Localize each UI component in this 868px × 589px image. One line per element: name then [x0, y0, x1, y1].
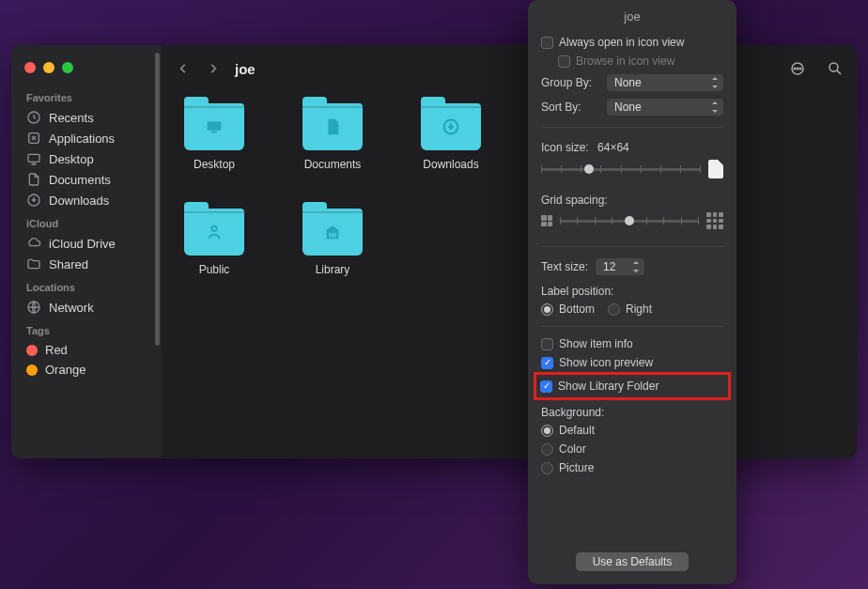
checkbox-label: Always open in icon view [559, 36, 684, 49]
sidebar-scrollbar[interactable] [155, 53, 160, 346]
traffic-lights [11, 53, 162, 86]
network-icon [26, 300, 41, 315]
folder-label: Documents [304, 158, 362, 171]
sidebar-heading-tags: Tags [11, 321, 162, 340]
folder-content: DesktopDocumentsDownloadsMoviesPicturesP… [162, 92, 857, 458]
sidebar-heading-locations: Locations [11, 278, 162, 297]
document-icon [26, 172, 41, 187]
cloud-icon [26, 236, 41, 251]
downloads-icon [26, 193, 41, 208]
show-item-info-checkbox[interactable]: Show item info [541, 334, 723, 353]
folder-icon [421, 103, 481, 150]
svg-rect-2 [28, 154, 39, 162]
sort-by-label: Sort By: [541, 101, 599, 114]
sidebar-item-label: Network [49, 301, 94, 315]
highlight-box: Show Library Folder [534, 372, 731, 400]
main-area: joe DesktopDocumentsDownloadsMoviesPictu… [162, 45, 857, 458]
background-label: Background: [541, 400, 723, 421]
folder-item-documents[interactable]: Documents [297, 103, 368, 171]
radio-icon [608, 303, 620, 316]
checkbox-icon [541, 338, 553, 350]
sidebar-heading-icloud: iCloud [11, 214, 162, 233]
show-icon-preview-checkbox[interactable]: Show icon preview [541, 353, 723, 372]
document-preview-icon [708, 160, 723, 178]
text-size-select[interactable]: 12 [596, 258, 644, 275]
checkbox-icon [541, 37, 553, 49]
action-menu-button[interactable] [789, 60, 806, 77]
text-size-label: Text size: [541, 260, 588, 273]
sort-by-select[interactable]: None [607, 99, 723, 116]
grid-spacing-slider[interactable] [560, 214, 699, 227]
svg-rect-21 [329, 233, 331, 238]
library-icon [302, 209, 363, 256]
icon-size-slider[interactable] [541, 163, 701, 176]
panel-title: joe [528, 8, 736, 33]
sidebar-item-label: Applications [49, 132, 115, 146]
sidebar-item-network[interactable]: Network [11, 297, 162, 318]
background-color-radio[interactable]: Color [541, 440, 723, 458]
icon-size-label: Icon size: [541, 141, 589, 154]
show-library-folder-checkbox[interactable]: Show Library Folder [540, 377, 724, 395]
svg-point-7 [794, 68, 796, 70]
checkbox-icon [540, 380, 552, 393]
folder-item-downloads[interactable]: Downloads [415, 103, 487, 171]
folder-label: Downloads [423, 158, 478, 171]
folder-item-library[interactable]: Library [297, 209, 368, 276]
folder-icon [184, 209, 244, 256]
back-button[interactable] [175, 60, 192, 77]
label-position-bottom-radio[interactable]: Bottom [541, 302, 595, 316]
sidebar: Favorites Recents Applications Desktop D… [11, 45, 162, 458]
public-icon [184, 209, 244, 256]
sidebar-item-applications[interactable]: Applications [11, 128, 162, 148]
tag-dot-red [26, 345, 38, 356]
icon-size-value: 64×64 [597, 141, 629, 154]
sidebar-item-shared[interactable]: Shared [11, 254, 162, 274]
sidebar-item-recents[interactable]: Recents [11, 107, 162, 128]
folder-item-desktop[interactable]: Desktop [178, 103, 250, 171]
folder-label: Library [316, 263, 350, 276]
sidebar-item-desktop[interactable]: Desktop [11, 148, 162, 169]
sidebar-item-downloads[interactable]: Downloads [11, 190, 162, 210]
folder-item-public[interactable]: Public [178, 209, 250, 276]
sidebar-item-tag-orange[interactable]: Orange [11, 360, 162, 380]
group-by-select[interactable]: None [607, 74, 723, 91]
svg-rect-11 [211, 132, 217, 133]
view-options-panel: joe Always open in icon view Browse in i… [528, 0, 736, 584]
label-position-right-radio[interactable]: Right [608, 302, 652, 316]
grid-spacing-label: Grid spacing: [541, 188, 723, 209]
applications-icon [26, 131, 41, 146]
sidebar-item-documents[interactable]: Documents [11, 169, 162, 190]
window-title: joe [235, 61, 256, 77]
sidebar-item-tag-red[interactable]: Red [11, 340, 162, 360]
clock-icon [26, 110, 41, 125]
close-window-button[interactable] [24, 62, 36, 73]
grid-large-icon [706, 212, 723, 229]
sidebar-item-icloud-drive[interactable]: iCloud Drive [11, 233, 162, 254]
svg-rect-23 [334, 233, 336, 238]
sidebar-item-label: Desktop [49, 152, 94, 166]
forward-button[interactable] [205, 60, 222, 77]
radio-icon [541, 443, 553, 456]
desktop-icon [184, 103, 244, 150]
sidebar-item-label: Shared [49, 257, 88, 271]
label-position-label: Label position: [541, 279, 723, 300]
search-button[interactable] [827, 60, 844, 77]
folder-label: Desktop [194, 158, 235, 171]
folder-icon [302, 103, 363, 150]
sidebar-item-label: Recents [49, 111, 94, 125]
sidebar-item-label: Orange [45, 363, 85, 377]
svg-rect-22 [332, 233, 333, 238]
always-open-checkbox-row[interactable]: Always open in icon view [541, 33, 723, 52]
folder-label: Public [199, 263, 230, 276]
zoom-window-button[interactable] [62, 62, 73, 73]
download-icon [421, 103, 481, 150]
checkbox-icon [541, 357, 553, 369]
svg-point-19 [211, 226, 217, 232]
background-picture-radio[interactable]: Picture [541, 458, 723, 477]
use-as-defaults-button[interactable]: Use as Defaults [576, 552, 690, 571]
minimize-window-button[interactable] [43, 62, 54, 73]
tag-dot-orange [26, 364, 38, 376]
sidebar-item-label: Red [45, 343, 68, 357]
folder-icon [184, 103, 244, 150]
background-default-radio[interactable]: Default [541, 421, 723, 440]
